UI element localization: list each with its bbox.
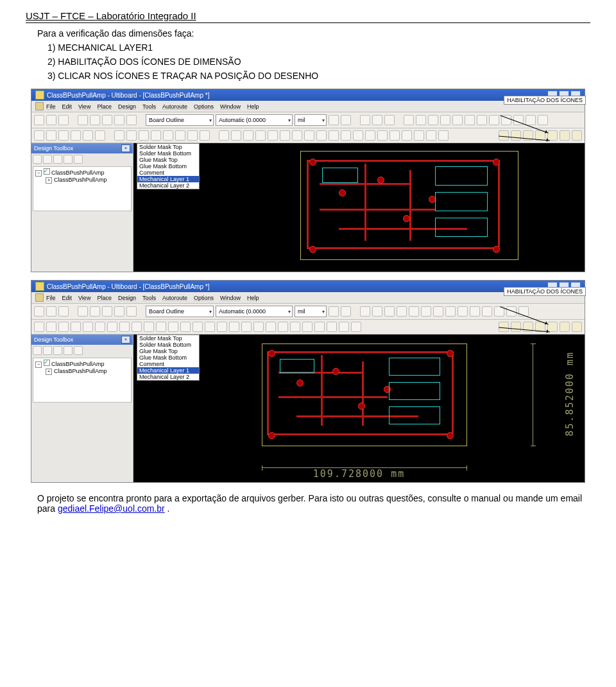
coord-dropdown[interactable]: Automatic (0.0000 <box>216 114 293 126</box>
toolbar-button[interactable] <box>58 306 69 317</box>
menu-place[interactable]: Place <box>97 103 112 110</box>
close-icon[interactable]: × <box>121 144 130 152</box>
toolbar-button[interactable] <box>428 115 438 125</box>
menu-options[interactable]: Options <box>194 103 214 110</box>
toolbar-button[interactable] <box>46 115 56 125</box>
menu-help[interactable]: Help <box>247 295 259 301</box>
dimension-icon[interactable] <box>511 322 521 332</box>
toolbar-button[interactable] <box>168 322 178 332</box>
layer-item[interactable]: Mechanical Layer 2 <box>137 374 199 380</box>
toolbar-button[interactable] <box>360 115 370 125</box>
toolbar-button[interactable] <box>465 115 475 125</box>
toolbar-button[interactable] <box>193 322 203 332</box>
toolbar-button[interactable] <box>200 130 210 141</box>
layer-item-selected[interactable]: Mechanical Layer 1 <box>137 176 199 182</box>
toolbar-button[interactable] <box>458 306 468 317</box>
toolbar-button[interactable] <box>365 130 375 141</box>
toolbar-button[interactable] <box>187 130 198 141</box>
toolbar-button[interactable] <box>470 306 480 317</box>
toolbar-button[interactable] <box>329 115 339 125</box>
toolbar-button[interactable] <box>205 322 215 332</box>
toolbar-button[interactable] <box>304 130 314 141</box>
toolbar-button[interactable] <box>95 130 105 141</box>
toolbar-button[interactable] <box>255 130 266 141</box>
toolbar-button[interactable] <box>102 115 112 125</box>
toolbar-button[interactable] <box>156 322 166 332</box>
unit-dropdown[interactable]: mil <box>295 306 327 317</box>
toolbar-button[interactable] <box>34 115 44 125</box>
toolbar-button[interactable] <box>402 130 412 141</box>
menu-view[interactable]: View <box>78 103 90 110</box>
close-icon[interactable]: × <box>121 336 130 344</box>
toolbar-button[interactable] <box>440 115 450 125</box>
layer-list[interactable]: Solder Mask Top Solder Mask Bottom Glue … <box>137 335 200 381</box>
toolbar-button[interactable] <box>268 130 278 141</box>
toolbar-button[interactable] <box>78 306 88 317</box>
toolbar-button[interactable] <box>90 306 100 317</box>
toolbar-button[interactable] <box>341 130 351 141</box>
menu-design[interactable]: Design <box>118 295 136 301</box>
layer-dropdown[interactable]: Board Outline <box>146 114 214 126</box>
toolbar-button[interactable] <box>90 115 100 125</box>
toolbar-button[interactable] <box>351 322 361 332</box>
dimension-icon[interactable] <box>560 322 570 332</box>
toolbar-1[interactable]: Board Outline Automatic (0.0000 mil HABI… <box>31 112 585 128</box>
toolbar-button[interactable] <box>107 322 117 332</box>
layer-item[interactable]: Glue Mask Top <box>137 348 199 354</box>
toolbar-button[interactable] <box>46 322 56 332</box>
toolbar-button[interactable] <box>46 130 56 141</box>
toolbar-button[interactable] <box>538 115 548 125</box>
toolbar-button[interactable] <box>489 115 499 125</box>
toolbar-button[interactable] <box>316 130 327 141</box>
toolbar-button[interactable] <box>219 130 229 141</box>
layer-item[interactable]: Solder Mask Top <box>137 144 199 150</box>
toolbar-1[interactable]: Board Outline Automatic (0.0000 mil HABI… <box>31 304 585 320</box>
layer-dropdown[interactable]: Board Outline <box>146 306 214 317</box>
toolbar-button[interactable] <box>217 322 227 332</box>
menu-help[interactable]: Help <box>247 103 259 110</box>
coord-dropdown[interactable]: Automatic (0.0000 <box>216 306 293 317</box>
toolbar-button[interactable] <box>253 322 264 332</box>
toolbar-button[interactable] <box>414 130 424 141</box>
toolbar-button[interactable] <box>341 115 351 125</box>
layer-list[interactable]: Solder Mask Top Solder Mask Bottom Glue … <box>137 143 200 189</box>
toolbar-button[interactable] <box>339 322 349 332</box>
design-canvas[interactable]: 109.728000 mm 85.852000 mm <box>133 335 585 482</box>
menubar[interactable]: File Edit View Place Design Tools Autoro… <box>46 295 259 301</box>
toolbar-button[interactable] <box>266 322 276 332</box>
toolbar-button[interactable] <box>231 130 241 141</box>
toolbar-button[interactable] <box>102 306 112 317</box>
menu-tools[interactable]: Tools <box>142 103 156 110</box>
toolbar-button[interactable] <box>292 130 302 141</box>
toolbar-button[interactable] <box>126 306 137 317</box>
project-tree[interactable]: −ClassBPushPullAmp +ClassBPushPullAmp <box>33 166 132 211</box>
toolbar-button[interactable] <box>353 130 363 141</box>
toolbar-button[interactable] <box>46 306 56 317</box>
toolbar-button[interactable] <box>314 322 325 332</box>
toolbar-button[interactable] <box>477 115 487 125</box>
toolbar-button[interactable] <box>372 306 382 317</box>
toolbar-button[interactable] <box>229 322 239 332</box>
toolbar-button[interactable] <box>71 130 81 141</box>
menu-view[interactable]: View <box>78 295 90 301</box>
toolbar-button[interactable] <box>482 306 492 317</box>
toolbar-button[interactable] <box>114 115 124 125</box>
toolbar-button[interactable] <box>445 306 456 317</box>
toolbar-button[interactable] <box>139 130 149 141</box>
layer-item[interactable]: Glue Mask Top <box>137 157 199 163</box>
toolbar-button[interactable] <box>175 130 185 141</box>
toolbar-button[interactable] <box>163 130 173 141</box>
menu-window[interactable]: Window <box>220 103 241 110</box>
toolbar-button[interactable] <box>132 322 142 332</box>
toolbar-button[interactable] <box>384 306 395 317</box>
toolbar-button[interactable] <box>95 322 105 332</box>
unit-dropdown[interactable]: mil <box>295 114 327 126</box>
toolbar-button[interactable] <box>302 322 312 332</box>
toolbar-button[interactable] <box>397 306 407 317</box>
toolbar-button[interactable] <box>421 306 431 317</box>
dimension-icon[interactable] <box>572 130 582 141</box>
menu-options[interactable]: Options <box>194 295 214 301</box>
toolbar-button[interactable] <box>71 322 81 332</box>
toolbar-button[interactable] <box>243 130 253 141</box>
menu-autoroute[interactable]: Autoroute <box>162 295 187 301</box>
